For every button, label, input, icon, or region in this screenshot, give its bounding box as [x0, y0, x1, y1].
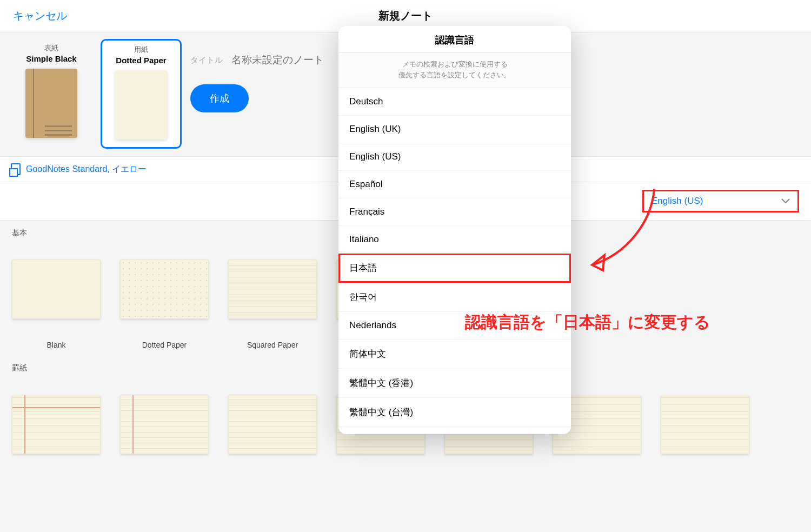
language-option[interactable]: 繁體中文 (台灣): [338, 398, 571, 427]
template-thumb: [12, 260, 101, 319]
language-option[interactable]: English (UK): [338, 116, 571, 143]
language-select[interactable]: English (US): [642, 190, 799, 212]
title-label: タイトル: [190, 55, 223, 65]
popover-subtitle-line2: 優先する言語を設定してください。: [398, 71, 511, 79]
template-thumb: [120, 395, 209, 454]
paper-value: Dotted Paper: [108, 56, 175, 65]
chevron-down-icon: [781, 198, 790, 204]
cover-thumb: [25, 69, 77, 138]
paper-selector[interactable]: 用紙 Dotted Paper: [101, 39, 182, 149]
template-name: Dotted Paper: [120, 341, 209, 349]
popover-title: 認識言語: [338, 26, 571, 52]
language-list: DeutschEnglish (UK)English (US)EspañolFr…: [338, 88, 571, 434]
language-option[interactable]: Italiano: [338, 226, 571, 254]
language-popover: 認識言語 メモの検索および変換に使用する 優先する言語を設定してください。 De…: [338, 26, 571, 434]
page-format-icon: [11, 163, 21, 175]
template-more[interactable]: [661, 395, 749, 454]
language-option[interactable]: 繁體中文 (香港): [338, 369, 571, 398]
annotation-arrow: [573, 184, 665, 276]
popover-subtitle: メモの検索および変換に使用する 優先する言語を設定してください。: [338, 52, 571, 88]
template-thumb: [661, 395, 749, 454]
popover-subtitle-line1: メモの検索および変換に使用する: [402, 60, 508, 68]
paper-label: 用紙: [108, 45, 175, 55]
template-name: Squared Paper: [228, 341, 317, 349]
cover-label: 表紙: [16, 43, 87, 53]
language-option[interactable]: Português (Brasil): [338, 427, 571, 434]
cancel-button[interactable]: キャンセル: [13, 9, 67, 23]
paper-thumb: [115, 70, 167, 139]
template-thumb: [120, 260, 209, 319]
language-option[interactable]: 日本語: [338, 254, 571, 283]
template-thumb: [228, 260, 317, 319]
template-thumb: [228, 395, 317, 454]
language-option[interactable]: English (US): [338, 143, 571, 171]
page-title: 新規ノート: [378, 9, 433, 23]
template-narrow[interactable]: [228, 395, 317, 454]
template-thumb: [12, 395, 101, 454]
language-option[interactable]: Français: [338, 198, 571, 226]
create-button[interactable]: 作成: [190, 84, 249, 112]
annotation-text: 認識言語を「日本語」に変更する: [465, 311, 710, 334]
language-option[interactable]: 한국어: [338, 283, 571, 312]
language-option[interactable]: Deutsch: [338, 88, 571, 116]
cover-selector[interactable]: 表紙 Simple Black: [11, 39, 92, 149]
template-squared[interactable]: Squared Paper: [228, 260, 317, 349]
template-name: Blank: [12, 341, 101, 349]
template-dotted[interactable]: Dotted Paper: [120, 260, 209, 349]
template-college[interactable]: [120, 395, 209, 454]
template-legal[interactable]: [12, 395, 101, 454]
language-option[interactable]: Español: [338, 171, 571, 198]
template-blank[interactable]: Blank: [12, 260, 101, 349]
cover-value: Simple Black: [16, 54, 87, 63]
language-option[interactable]: 简体中文: [338, 340, 571, 369]
